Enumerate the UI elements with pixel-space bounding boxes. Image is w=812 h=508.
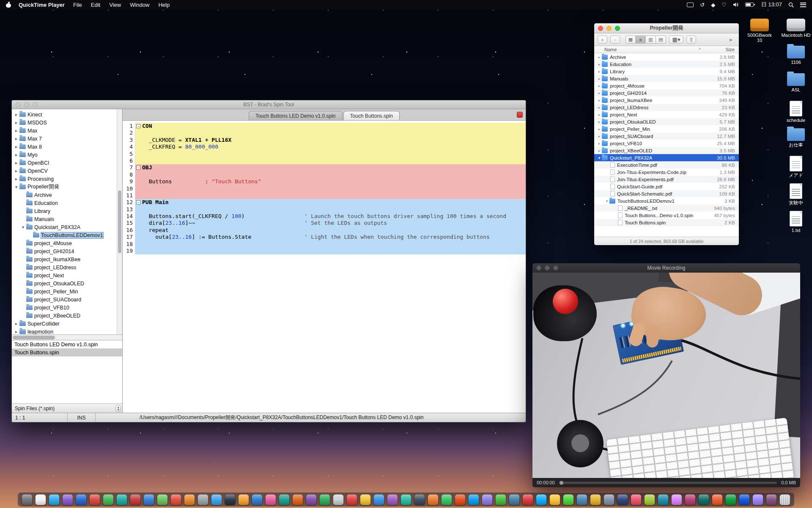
dock-icon[interactable] <box>49 494 60 505</box>
disclosure-triangle-icon[interactable]: ▸ <box>597 149 602 153</box>
code-text[interactable] <box>135 185 526 192</box>
desktop-icon[interactable]: 1106 <box>781 46 811 65</box>
arrange-button[interactable]: ▦▾ <box>669 36 683 44</box>
finder-row[interactable]: Jon-Titus-Experiments-Code.zip1.3 MB <box>594 168 739 176</box>
dock-icon[interactable] <box>604 494 614 505</box>
disclosure-triangle-icon[interactable]: ▸ <box>597 113 602 117</box>
editor-tab[interactable]: Touch Buttons LED Demo v1.0.spin <box>249 111 342 120</box>
disclosure-triangle-icon[interactable]: ▸ <box>14 120 19 125</box>
dock-icon[interactable] <box>266 494 276 505</box>
tree-item[interactable]: TouchButtonsLEDDemov1 <box>12 231 122 239</box>
finder-row[interactable]: ▸project_XBeeOLED3.5 MB <box>594 147 739 154</box>
back-button[interactable]: ‹ <box>598 36 607 44</box>
disclosure-triangle-icon[interactable]: ▸ <box>597 62 602 66</box>
tree-item[interactable]: project_XBeeOLED <box>12 312 122 320</box>
menubar-clock[interactable]: 日 13:07 <box>761 1 782 8</box>
desktop-icon[interactable]: schedule <box>781 101 811 123</box>
tree-vertical-scrollbar[interactable] <box>117 109 122 334</box>
fold-marker-icon[interactable]: - <box>136 166 140 170</box>
dock-icon[interactable] <box>712 494 723 505</box>
disclosure-triangle-icon[interactable]: ▸ <box>14 177 19 181</box>
dock-icon[interactable] <box>279 494 290 505</box>
dock-icon[interactable] <box>753 494 763 505</box>
disclosure-triangle-icon[interactable]: ▸ <box>597 134 602 138</box>
tree-item[interactable]: project_GHI2014 <box>12 247 122 255</box>
scrollbar-thumb[interactable] <box>13 336 55 340</box>
finder-row[interactable]: QuickStart-Guide.pdf252 KB <box>594 183 739 190</box>
finder-row[interactable]: ExecutionTime.pdf86 KB <box>594 161 739 168</box>
dock-icon[interactable] <box>117 494 127 505</box>
desktop-icon[interactable]: 1.txt <box>781 211 811 233</box>
dock-icon[interactable] <box>536 494 547 505</box>
zoom-button[interactable] <box>33 102 38 107</box>
disclosure-triangle-icon[interactable]: ▸ <box>597 91 602 95</box>
desktop-icon[interactable]: お仕事 <box>781 128 811 147</box>
disclosure-triangle-icon[interactable]: ▸ <box>597 55 602 59</box>
menubar-menu-window[interactable]: Window <box>130 2 149 8</box>
minimize-button[interactable] <box>24 102 29 107</box>
close-button[interactable] <box>16 102 21 107</box>
disclosure-triangle-icon[interactable]: ▸ <box>597 127 602 131</box>
dock-icon[interactable] <box>374 494 384 505</box>
scrollbar-thumb[interactable] <box>118 190 121 254</box>
disclosure-triangle-icon[interactable]: ▸ <box>14 128 19 133</box>
dock-icon[interactable] <box>333 494 344 505</box>
dock-icon[interactable] <box>130 494 141 505</box>
zoom-button[interactable] <box>615 26 620 31</box>
dock-icon[interactable] <box>658 494 669 505</box>
tree-item[interactable]: ▸Myo <box>12 151 122 159</box>
tree-item[interactable]: ▸leapmotion <box>12 328 122 335</box>
dock-icon[interactable] <box>157 494 168 505</box>
movie-titlebar[interactable]: Movie Recording <box>532 263 800 273</box>
desktop-icon[interactable]: 実験中 <box>781 183 811 205</box>
finder-row[interactable]: ▸project_LEDdress23 KB <box>594 104 739 111</box>
dock-icon[interactable] <box>414 494 425 505</box>
desktop-icon[interactable]: メアド <box>781 156 811 178</box>
dock-icon[interactable] <box>293 494 303 505</box>
tree-item[interactable]: ▸Kinect <box>12 110 122 119</box>
menubar-app-name[interactable]: QuickTime Player <box>19 2 65 8</box>
menubar-menu-help[interactable]: Help <box>158 2 170 8</box>
disclosure-triangle-icon[interactable]: ▸ <box>597 84 602 88</box>
dock-icon[interactable] <box>252 494 263 505</box>
code-text[interactable]: -PUB Main <box>135 199 526 206</box>
apple-menu[interactable] <box>6 2 11 8</box>
finder-row[interactable]: ▸project_VFB1025.4 MB <box>594 140 739 147</box>
tree-item[interactable]: ▸Max <box>12 127 122 135</box>
bst-titlebar[interactable]: BST - Brad's Spin Tool <box>12 100 526 109</box>
dock-icon[interactable] <box>577 494 587 505</box>
finder-row[interactable]: QuickStart-Schematic.pdf109 KB <box>594 190 739 197</box>
code-text[interactable] <box>135 192 526 199</box>
dropbox-icon[interactable]: ◆ <box>711 2 715 8</box>
dock-icon[interactable] <box>496 494 506 505</box>
fold-marker-icon[interactable]: - <box>136 124 140 128</box>
code-area[interactable]: 1-CON23 _CLKMODE = XTAL1 + PLL16X4 _CLKF… <box>123 121 526 413</box>
spotlight-icon[interactable] <box>788 2 794 8</box>
disclosure-triangle-icon[interactable]: ▸ <box>597 98 602 102</box>
finder-row[interactable]: ▸project_SUACboard12.7 MB <box>594 133 739 140</box>
finder-row[interactable]: Jon-Titus-Experiments.pdf28.8 MB <box>594 176 739 183</box>
disclosure-triangle-icon[interactable]: ▸ <box>14 321 19 326</box>
menubar-menu-edit[interactable]: Edit <box>91 2 100 8</box>
dock-icon[interactable] <box>509 494 520 505</box>
disclosure-triangle-icon[interactable]: ▸ <box>597 105 602 110</box>
disclosure-triangle-icon[interactable]: ▸ <box>14 160 19 165</box>
dock-icon[interactable] <box>739 494 750 505</box>
name-column-header[interactable]: Name <box>594 47 617 52</box>
code-text[interactable]: Buttons.start(_CLKFREQ / 100) ' Launch t… <box>135 213 526 220</box>
minimize-button[interactable] <box>606 26 612 31</box>
tree-item[interactable]: project_SUACboard <box>12 295 122 304</box>
dock-icon[interactable] <box>225 494 236 505</box>
dock-icon[interactable] <box>198 494 208 505</box>
code-text[interactable] <box>135 151 526 157</box>
tree-item[interactable]: ▸Max 8 <box>12 143 122 151</box>
desktop-icon[interactable]: 500GBwork 10 <box>745 19 774 43</box>
finder-row[interactable]: ▸project_4Mouse704 KB <box>594 82 739 89</box>
dock-icon[interactable] <box>36 494 46 505</box>
desktop-icon[interactable]: Macintosh HD <box>781 19 811 38</box>
finder-row[interactable]: ▸Archive3.8 MB <box>594 53 739 61</box>
trash-icon[interactable] <box>780 494 790 505</box>
recording-progress-slider[interactable] <box>559 482 777 484</box>
dock-icon[interactable] <box>766 494 777 505</box>
code-text[interactable]: -OBJ <box>135 164 526 171</box>
